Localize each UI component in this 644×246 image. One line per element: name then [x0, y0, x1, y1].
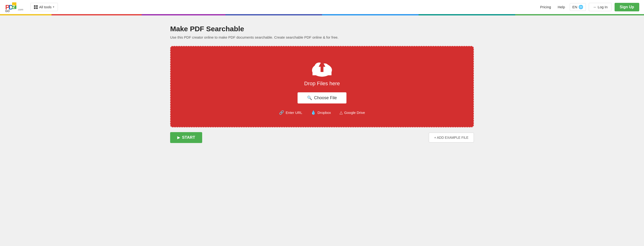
- start-button[interactable]: ▶ START: [170, 132, 202, 143]
- link-icon: 🔗: [279, 110, 284, 115]
- dropbox-option[interactable]: 💧 Dropbox: [311, 110, 331, 115]
- start-arrow-icon: ▶: [177, 135, 180, 140]
- upload-drop-zone[interactable]: Drop Files here 🔍 Choose File 🔗 Enter UR…: [170, 46, 474, 127]
- logo-icon: P D 2 GO: [5, 2, 17, 12]
- enter-url-option[interactable]: 🔗 Enter URL: [279, 110, 302, 115]
- pricing-link[interactable]: Pricing: [540, 5, 551, 9]
- all-tools-button[interactable]: All tools ▾: [30, 3, 58, 11]
- header-nav: Pricing Help: [540, 5, 565, 9]
- login-label: Log In: [598, 5, 608, 9]
- main-content: Make PDF Searchable Use this PDF creator…: [156, 15, 488, 152]
- cloud-upload-icon: [310, 58, 334, 77]
- svg-text:GO: GO: [5, 9, 10, 12]
- add-example-button[interactable]: + ADD EXAMPLE FILE: [429, 132, 474, 142]
- start-label: START: [182, 135, 195, 140]
- search-icon: 🔍: [307, 95, 312, 100]
- all-tools-label: All tools: [39, 5, 52, 9]
- login-button[interactable]: → Log In: [589, 3, 612, 11]
- gdrive-option[interactable]: △ Google Drive: [340, 110, 365, 115]
- logo-area: P D 2 GO .com: [5, 2, 23, 12]
- bottom-bar: ▶ START + ADD EXAMPLE FILE: [170, 132, 474, 143]
- gdrive-icon: △: [340, 110, 343, 115]
- dropbox-icon: 💧: [311, 110, 316, 115]
- logo-com-text: .com: [18, 8, 23, 11]
- svg-text:2: 2: [12, 4, 15, 9]
- header: P D 2 GO .com All tools ▾ Pricing Help: [0, 0, 644, 14]
- chevron-down-icon: ▾: [53, 5, 54, 8]
- url-label: Enter URL: [286, 111, 302, 115]
- upload-options: 🔗 Enter URL 💧 Dropbox △ Google Drive: [279, 110, 365, 115]
- login-arrow-icon: →: [593, 5, 596, 9]
- choose-file-button[interactable]: 🔍 Choose File: [298, 92, 346, 104]
- page-title: Make PDF Searchable: [170, 25, 474, 33]
- dropbox-label: Dropbox: [318, 111, 331, 115]
- lang-label: EN: [572, 5, 577, 9]
- page-subtitle: Use this PDF creator online to make PDF …: [170, 35, 474, 39]
- globe-icon: 🌐: [578, 5, 583, 9]
- signup-button[interactable]: Sign Up: [614, 3, 639, 11]
- choose-file-label: Choose File: [314, 95, 337, 100]
- grid-icon: [34, 5, 38, 9]
- drop-text: Drop Files here: [304, 81, 340, 87]
- language-button[interactable]: EN 🌐: [570, 3, 586, 11]
- gdrive-label: Google Drive: [344, 111, 365, 115]
- help-link[interactable]: Help: [558, 5, 565, 9]
